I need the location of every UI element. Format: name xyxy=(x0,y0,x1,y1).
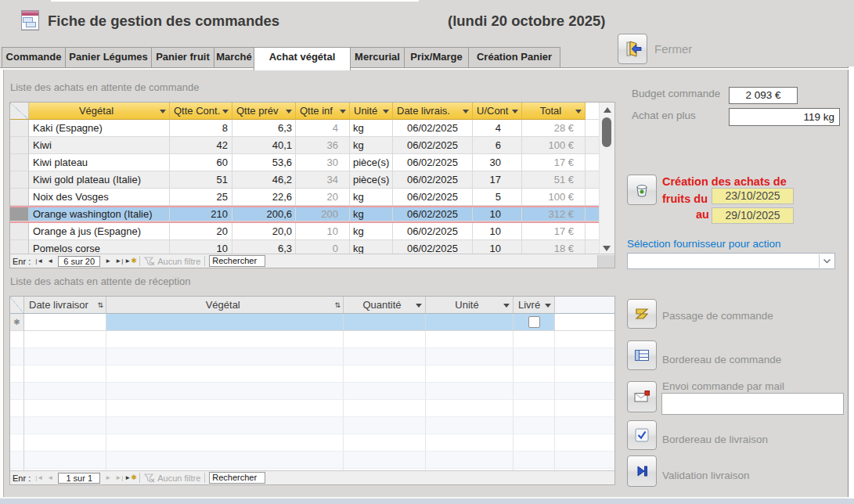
delivery-slip-button[interactable] xyxy=(627,420,657,450)
cell[interactable]: kg xyxy=(350,223,393,240)
cell[interactable]: 22,6 xyxy=(232,189,296,206)
cell[interactable]: 30 xyxy=(473,154,522,171)
column-header[interactable]: Qtte inf xyxy=(296,103,350,120)
cell[interactable]: 25 xyxy=(170,189,232,206)
order-placement-button[interactable] xyxy=(627,299,657,329)
nav-previous-button[interactable]: ◄ xyxy=(45,472,56,484)
cell[interactable]: Kiwi plateau xyxy=(29,154,170,171)
cell[interactable]: 10 xyxy=(473,223,522,240)
nav-new-record-button[interactable]: ►✱ xyxy=(124,472,135,484)
filter-dropdown-icon[interactable] xyxy=(463,110,469,113)
scroll-up-arrow[interactable] xyxy=(604,107,611,113)
filter-dropdown-icon[interactable] xyxy=(545,304,551,308)
nav-next-button[interactable]: ► xyxy=(103,255,114,267)
send-order-mail-button[interactable] xyxy=(627,381,657,412)
column-header[interactable]: Végétal xyxy=(29,103,170,120)
cell[interactable] xyxy=(426,314,513,331)
filter-dropdown-icon[interactable] xyxy=(383,110,389,113)
cell[interactable]: 4 xyxy=(473,120,522,137)
column-header[interactable]: Date livrais. xyxy=(393,103,473,120)
column-header[interactable]: Unité xyxy=(426,297,513,314)
cell[interactable]: 06/02/2025 xyxy=(393,171,473,189)
cell[interactable]: 06/02/2025 xyxy=(393,154,473,171)
cell[interactable]: 46,2 xyxy=(232,171,296,189)
budget-value-field[interactable]: 2 093 € xyxy=(729,87,798,104)
record-selector[interactable] xyxy=(10,137,29,154)
cell[interactable]: 40,1 xyxy=(232,137,296,154)
tab-prix-marge[interactable]: Prix/Marge xyxy=(404,47,469,68)
table-row[interactable]: Kiwi plateau6053,630pièce(s)06/02/202530… xyxy=(10,154,614,171)
filter-dropdown-icon[interactable] xyxy=(160,110,166,113)
cell[interactable]: 06/02/2025 xyxy=(393,223,473,240)
cell[interactable]: Orange à jus (Espagne) xyxy=(29,223,170,240)
scroll-down-arrow[interactable] xyxy=(603,246,611,251)
column-header[interactable]: Qtte Cont. xyxy=(170,103,232,120)
nav-first-button[interactable]: |◄ xyxy=(34,472,45,484)
nav-previous-button[interactable]: ◄ xyxy=(45,255,56,267)
cell[interactable]: 06/02/2025 xyxy=(393,137,473,154)
column-header[interactable]: Total xyxy=(522,103,586,120)
extra-purchase-field[interactable]: 119 kg xyxy=(729,108,840,126)
tab-march-[interactable]: Marché xyxy=(214,47,254,68)
sort-filter-icon[interactable]: ⇅ xyxy=(97,301,103,309)
cell[interactable]: 20 xyxy=(170,223,232,240)
record-selector[interactable] xyxy=(10,171,29,189)
cell[interactable]: 200,6 xyxy=(232,207,296,221)
scroll-thumb[interactable] xyxy=(602,117,611,147)
cell[interactable]: kg xyxy=(350,137,393,154)
nav-new-record-button[interactable]: ►✱ xyxy=(124,255,135,267)
cell[interactable]: Kiwi gold plateau (Italie) xyxy=(29,171,170,189)
cell[interactable]: Kiwi xyxy=(29,137,170,154)
table-row[interactable]: Orange à jus (Espagne)2020,010kg06/02/20… xyxy=(10,223,614,240)
cell[interactable]: pièce(s) xyxy=(350,154,393,171)
cell[interactable]: pièce(s) xyxy=(350,171,393,189)
cell[interactable]: Orange washington (Italie) xyxy=(29,207,170,221)
tab-achat-v-g-tal[interactable]: Achat végétal xyxy=(254,47,351,70)
column-header[interactable]: Végétal⇅ xyxy=(106,297,344,314)
cell[interactable]: 6 xyxy=(473,137,522,154)
nav-last-button[interactable]: ►| xyxy=(114,472,124,484)
cell[interactable]: 53,6 xyxy=(232,154,296,171)
tab-commande[interactable]: Commande xyxy=(2,47,66,68)
record-selector[interactable] xyxy=(10,154,29,171)
delivery-validation-button[interactable] xyxy=(627,455,657,487)
filter-dropdown-icon[interactable] xyxy=(416,304,422,308)
record-position-box[interactable]: 1 sur 1 xyxy=(58,473,100,484)
cell[interactable]: 28 € xyxy=(522,120,586,137)
table-row[interactable]: Kaki (Espagne)86,34kg06/02/2025428 € xyxy=(10,120,614,137)
cell[interactable]: 5 xyxy=(473,189,522,206)
cell[interactable]: 51 € xyxy=(522,171,586,189)
cell[interactable]: kg xyxy=(350,120,393,137)
new-record-row[interactable]: ✱ xyxy=(10,314,614,331)
supplier-combobox[interactable] xyxy=(627,253,835,269)
select-all-corner[interactable] xyxy=(10,103,29,120)
tab-cr-ation-panier[interactable]: Création Panier xyxy=(468,47,560,68)
table-row[interactable]: Noix des Vosges2522,620kg06/02/20255100 … xyxy=(10,189,614,206)
cell[interactable]: 100 € xyxy=(522,137,586,154)
cell[interactable]: 10 xyxy=(473,207,522,221)
cell[interactable]: Kaki (Espagne) xyxy=(29,120,170,137)
filter-dropdown-icon[interactable] xyxy=(503,304,510,308)
filter-dropdown-icon[interactable] xyxy=(222,110,229,113)
cell[interactable]: 51 xyxy=(170,171,232,189)
sort-filter-icon[interactable]: ⇅ xyxy=(334,301,341,309)
cell[interactable]: 06/02/2025 xyxy=(393,120,473,137)
cell[interactable]: kg xyxy=(350,207,393,221)
record-selector[interactable] xyxy=(10,120,29,137)
date-from-field[interactable]: 23/10/2025 xyxy=(712,188,794,204)
cell[interactable] xyxy=(106,314,344,331)
filter-dropdown-icon[interactable] xyxy=(512,110,518,113)
cell[interactable]: 312 € xyxy=(522,207,586,221)
cell[interactable]: 34 xyxy=(296,171,350,189)
cell[interactable]: 20 xyxy=(296,189,350,206)
table-row[interactable]: Kiwi gold plateau (Italie)5146,234pièce(… xyxy=(10,171,614,189)
nav-first-button[interactable]: |◄ xyxy=(34,255,45,267)
filter-dropdown-icon[interactable] xyxy=(340,110,346,113)
table-row[interactable]: Orange washington (Italie)210200,6200kg0… xyxy=(10,206,614,223)
column-header[interactable]: Livré xyxy=(513,297,555,314)
cell[interactable]: 6,3 xyxy=(232,120,296,137)
cell[interactable]: 06/02/2025 xyxy=(393,207,473,221)
cell[interactable]: 4 xyxy=(296,120,350,137)
column-header[interactable]: Quantité xyxy=(344,297,426,314)
order-slip-button[interactable] xyxy=(627,340,657,370)
